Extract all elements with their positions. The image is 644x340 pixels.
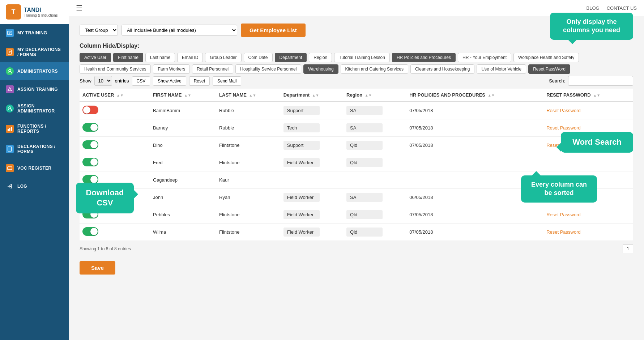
sidebar-item-assign-training[interactable]: ASSIGN TRAINING (0, 80, 69, 98)
column-tag[interactable]: HR - Your Employment (458, 53, 511, 62)
column-tag[interactable]: Workplace Health and Safety (513, 53, 579, 62)
department-cell: Field Worker (281, 189, 344, 206)
first-name-cell: Gagandeep (150, 171, 216, 189)
column-tag[interactable]: Region (309, 53, 332, 62)
svg-rect-10 (11, 127, 12, 131)
column-tag[interactable]: Kitchen and Catering Services (341, 64, 408, 74)
sidebar-item-declarations-forms[interactable]: DECLARATIONS / FORMS (0, 139, 69, 159)
col-hr-policies[interactable]: HR POLICIES AND PROCEDURES ▲▼ (406, 89, 543, 102)
department-cell: Support (281, 102, 344, 119)
table-row: BarneyRubbleTechSA07/05/2018Reset Passwo… (80, 119, 633, 137)
active-user-toggle[interactable] (82, 158, 98, 166)
column-tag[interactable]: Hospitality Service Personnel (235, 64, 301, 74)
reset-password-cell: Reset Password (543, 102, 633, 119)
region-cell: Qld (344, 137, 406, 154)
send-mail-button[interactable]: Send Mail (213, 76, 241, 86)
active-user-toggle[interactable] (82, 227, 98, 236)
active-user-toggle[interactable] (82, 123, 98, 132)
active-user-toggle[interactable] (82, 106, 98, 114)
csv-button[interactable]: CSV (132, 76, 150, 86)
sidebar-item-assign-administrator[interactable]: ASSIGN ADMINISTRATOR (0, 98, 69, 119)
show-label: Show (80, 78, 91, 84)
svg-rect-11 (8, 147, 12, 151)
table-row: BammBammRubbleSupportSA07/05/2018Reset P… (80, 102, 633, 119)
save-button[interactable]: Save (80, 261, 115, 275)
col-active-user[interactable]: ACTIVE USER ▲▼ (80, 89, 150, 102)
group-select[interactable]: Test Group (80, 25, 118, 36)
department-cell: Support (281, 137, 344, 154)
show-active-button[interactable]: Show Active (153, 76, 186, 86)
voc-icon (6, 164, 14, 172)
last-name-cell: Kaur (216, 171, 281, 189)
region-cell: SA (344, 189, 406, 206)
col-region[interactable]: Region ▲▼ (344, 89, 406, 102)
get-employee-list-button[interactable]: Get Employee List (241, 24, 306, 37)
sidebar-item-my-training[interactable]: MY TRAINING (0, 24, 69, 42)
last-name-cell: Flintstone (216, 224, 281, 241)
first-name-cell: John (150, 189, 216, 206)
sidebar-item-my-declarations[interactable]: MY DECLARATIONS / FORMS (0, 42, 69, 62)
reset-password-link[interactable]: Reset Password (546, 212, 581, 217)
department-cell (281, 171, 344, 189)
column-tag[interactable]: Retail Personnel (192, 64, 233, 74)
table-header-row: ACTIVE USER ▲▼ FIRST NAME ▲▼ LAST NAME ▲… (80, 89, 633, 102)
region-cell: Qld (344, 206, 406, 224)
column-tag[interactable]: Health and Community Services (80, 64, 151, 74)
last-name-cell: Rubble (216, 102, 281, 119)
column-tag[interactable]: First name (113, 53, 143, 62)
page-1-button[interactable]: 1 (623, 245, 633, 253)
column-tag[interactable]: HR Policies and Procedures (392, 53, 456, 62)
table-row: DinoFlintstoneSupportQld07/05/2018Reset … (80, 137, 633, 154)
column-tag[interactable]: Department (275, 53, 307, 62)
column-tag[interactable]: Farm Workers (153, 64, 190, 74)
reset-password-link[interactable]: Reset Password (546, 108, 581, 113)
sidebar-label-functions-reports: FUNCTIONS / REPORTS (17, 124, 63, 134)
sidebar-label-voc-register: VOC REGISTER (17, 166, 51, 171)
col-first-name[interactable]: FIRST NAME ▲▼ (150, 89, 216, 102)
department-cell: Field Worker (281, 224, 344, 241)
sidebar-item-functions-reports[interactable]: FUNCTIONS / REPORTS (0, 119, 69, 139)
main-content: ☰ BLOG CONTACT US Test Group All Inclusi… (69, 0, 644, 340)
hr-policies-cell: 07/05/2018 (406, 102, 543, 119)
active-user-toggle[interactable] (82, 140, 98, 149)
callout-word-search: Word Search (561, 132, 633, 153)
reset-password-link[interactable]: Reset Password (546, 229, 581, 235)
column-tag[interactable]: Warehousing (303, 64, 338, 74)
search-input[interactable] (568, 76, 633, 86)
reset-button[interactable]: Reset (189, 76, 210, 86)
administrators-icon (6, 67, 14, 75)
first-name-cell: BammBamm (150, 102, 216, 119)
entries-select[interactable]: 10 (94, 76, 112, 86)
sidebar-item-voc-register[interactable]: VOC REGISTER (0, 159, 69, 177)
column-tag[interactable]: Group Leader (205, 53, 241, 62)
reset-password-link[interactable]: Reset Password (546, 125, 581, 131)
sidebar-item-logout[interactable]: LOG (0, 177, 69, 195)
nav-blog[interactable]: BLOG (587, 5, 600, 11)
hr-policies-cell: 07/05/2018 (406, 224, 543, 241)
column-tag[interactable]: Reset PassWord (528, 64, 570, 74)
column-tag[interactable]: Active User (80, 53, 111, 62)
sidebar-item-administrators[interactable]: ADMINISTRATORS (0, 62, 69, 80)
logo: T TANDI Training & Inductions (0, 0, 69, 24)
svg-point-7 (9, 107, 11, 109)
column-tag[interactable]: Last name (145, 53, 175, 62)
column-tag[interactable]: Tutorial Training Lesson (334, 53, 390, 62)
col-last-name[interactable]: LAST NAME ▲▼ (216, 89, 281, 102)
sidebar-label-assign-training: ASSIGN TRAINING (17, 87, 58, 92)
logo-subtitle: Training & Inductions (24, 13, 58, 17)
col-reset-password[interactable]: RESET PASSWORD ▲▼ (543, 89, 633, 102)
last-name-cell: Ryan (216, 189, 281, 206)
column-tag[interactable]: Email ID (177, 53, 203, 62)
hamburger-menu[interactable]: ☰ (76, 4, 82, 12)
column-tag[interactable]: Use of Motor Vehicle (477, 64, 526, 74)
col-department[interactable]: Department ▲▼ (281, 89, 344, 102)
svg-rect-3 (8, 50, 12, 54)
nav-contact[interactable]: CONTACT US (607, 5, 637, 11)
first-name-cell: Pebbles (150, 206, 216, 224)
region-cell: SA (344, 119, 406, 137)
column-tag[interactable]: Com Date (244, 53, 273, 62)
sidebar-label-my-declarations: MY DECLARATIONS / FORMS (17, 47, 63, 57)
column-tag[interactable]: Cleaners and Housekeeping (410, 64, 474, 74)
bundle-select[interactable]: All Inclusive Bundle (all modules) (121, 25, 237, 36)
showing-text: Showing 1 to 8 of 8 entries (80, 246, 131, 251)
